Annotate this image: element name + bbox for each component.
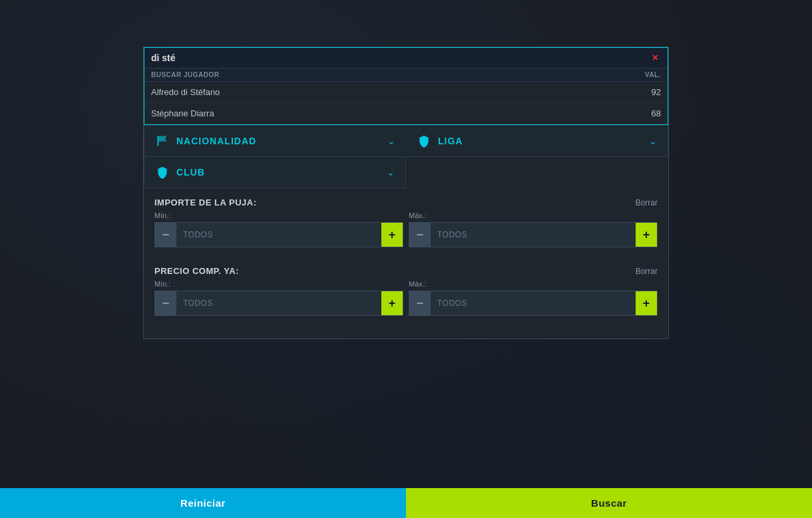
flag-icon [155,134,170,148]
precio-min-minus-button[interactable]: − [155,291,176,315]
precio-title: PRECIO COMP. YA: [154,266,239,276]
result-name-1: Alfredo di Stéfano [151,87,220,97]
importe-min-label: Mín.: [154,211,403,219]
precio-max-plus-button[interactable]: + [636,291,657,315]
importe-max-label: Máx.: [409,211,658,219]
importe-max-plus-button[interactable]: + [636,223,657,247]
importe-max-stepper: − TODOS + [409,222,658,247]
precio-min-label: Mín.: [154,280,403,288]
result-row-2[interactable]: Stéphane Diarra 68 [144,103,668,124]
header-val-label: VAL. [645,71,661,78]
precio-max-group: Máx.: − TODOS + [409,280,658,316]
precio-max-value: TODOS [431,299,636,308]
importe-min-max-row: Mín.: − TODOS + Máx.: − TODOS + [154,211,658,247]
close-button[interactable]: × [650,52,661,64]
main-modal: × BUSCAR JUGADOR VAL. Alfredo di Stéfano… [143,47,669,339]
importe-max-group: Máx.: − TODOS + [409,211,658,247]
importe-min-value: TODOS [176,230,381,239]
importe-min-stepper: − TODOS + [154,222,403,247]
header-player-label: BUSCAR JUGADOR [151,71,220,78]
club-shield-icon [155,165,170,180]
liga-label: LIGA [438,136,463,146]
svg-rect-0 [158,136,159,146]
importe-max-value: TODOS [431,230,636,239]
precio-max-minus-button[interactable]: − [409,291,431,315]
search-input[interactable] [151,53,650,63]
precio-min-group: Mín.: − TODOS + [154,280,403,316]
importe-borrar-button[interactable]: Borrar [636,198,658,207]
spacer [144,325,668,338]
modal-overlay: × BUSCAR JUGADOR VAL. Alfredo di Stéfano… [0,0,812,518]
importe-max-minus-button[interactable]: − [409,223,431,247]
nacionalidad-dropdown[interactable]: NACIONALIDAD ⌄ [144,125,406,157]
result-val-2: 68 [652,108,661,118]
precio-min-plus-button[interactable]: + [381,291,403,315]
liga-dropdown[interactable]: LIGA ⌄ [406,125,668,157]
results-header: BUSCAR JUGADOR VAL. [144,68,668,82]
club-chevron-icon: ⌄ [387,167,395,178]
importe-min-minus-button[interactable]: − [155,223,176,247]
precio-max-label: Máx.: [409,280,658,288]
importe-title: IMPORTE DE LA PUJA: [154,197,256,207]
reiniciar-button[interactable]: Reiniciar [0,488,406,518]
nacionalidad-chevron-icon: ⌄ [387,136,395,146]
precio-min-max-row: Mín.: − TODOS + Máx.: − TODOS + [154,280,658,316]
club-row: CLUB ⌄ [144,157,668,188]
precio-header-row: PRECIO COMP. YA: Borrar [154,266,658,276]
precio-borrar-button[interactable]: Borrar [636,267,658,276]
result-val-1: 92 [652,87,661,97]
precio-min-value: TODOS [176,299,381,308]
club-dropdown[interactable]: CLUB ⌄ [144,157,406,188]
buscar-button[interactable]: Buscar [406,488,812,518]
importe-puja-section: IMPORTE DE LA PUJA: Borrar Mín.: − TODOS… [144,188,668,247]
nacionalidad-label: NACIONALIDAD [176,136,256,146]
search-section: × BUSCAR JUGADOR VAL. Alfredo di Stéfano… [144,47,668,125]
importe-min-group: Mín.: − TODOS + [154,211,403,247]
importe-header-row: IMPORTE DE LA PUJA: Borrar [154,197,658,207]
precio-max-stepper: − TODOS + [409,291,658,316]
precio-comp-section: PRECIO COMP. YA: Borrar Mín.: − TODOS + … [144,257,668,316]
result-name-2: Stéphane Diarra [151,108,214,118]
precio-min-stepper: − TODOS + [154,291,403,316]
liga-shield-icon [417,134,431,148]
search-input-row: × [144,48,668,68]
bottom-buttons: Reiniciar Buscar [0,488,812,518]
importe-min-plus-button[interactable]: + [381,223,403,247]
liga-chevron-icon: ⌄ [649,136,657,146]
filters-row-top: NACIONALIDAD ⌄ LIGA ⌄ [144,125,668,157]
club-label: CLUB [176,167,205,178]
result-row-1[interactable]: Alfredo di Stéfano 92 [144,82,668,103]
